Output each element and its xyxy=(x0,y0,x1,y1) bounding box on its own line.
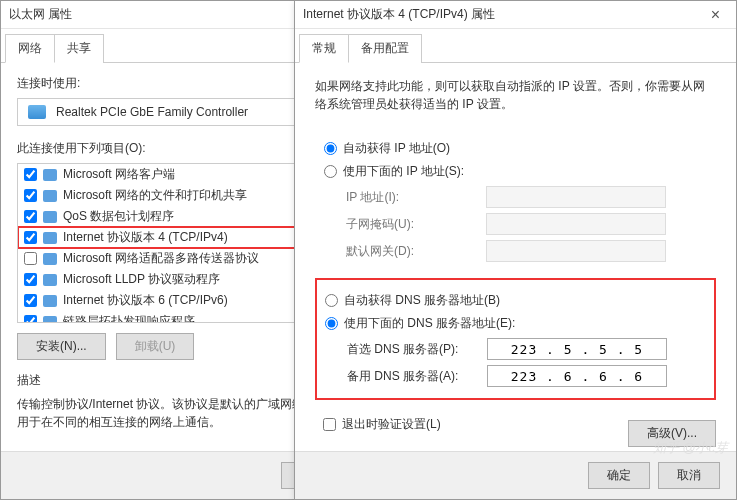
radio-auto-dns[interactable]: 自动获得 DNS 服务器地址(B) xyxy=(325,292,706,309)
protocol-icon xyxy=(43,253,57,265)
item-checkbox[interactable] xyxy=(24,315,37,323)
radio-use-dns-input[interactable] xyxy=(325,317,338,330)
cancel-button[interactable]: 取消 xyxy=(658,462,720,489)
gateway-input xyxy=(486,240,666,262)
protocol-icon xyxy=(43,316,57,324)
pref-dns-input[interactable] xyxy=(487,338,667,360)
radio-use-dns[interactable]: 使用下面的 DNS 服务器地址(E): xyxy=(325,315,706,332)
item-checkbox[interactable] xyxy=(24,210,37,223)
dns-highlight-box: 自动获得 DNS 服务器地址(B) 使用下面的 DNS 服务器地址(E): 首选… xyxy=(315,278,716,400)
item-label: Microsoft 网络的文件和打印机共享 xyxy=(63,187,247,204)
advanced-button[interactable]: 高级(V)... xyxy=(628,420,716,447)
validate-checkbox[interactable] xyxy=(323,418,336,431)
item-checkbox[interactable] xyxy=(24,168,37,181)
item-checkbox[interactable] xyxy=(24,294,37,307)
adapter-name: Realtek PCIe GbE Family Controller xyxy=(56,105,248,119)
radio-use-ip[interactable]: 使用下面的 IP 地址(S): xyxy=(324,163,707,180)
alt-dns-label: 备用 DNS 服务器(A): xyxy=(347,368,487,385)
title-bar: Internet 协议版本 4 (TCP/IPv4) 属性 × xyxy=(295,1,736,29)
mask-label: 子网掩码(U): xyxy=(346,216,486,233)
item-checkbox[interactable] xyxy=(24,252,37,265)
item-label: Microsoft 网络适配器多路传送器协议 xyxy=(63,250,259,267)
ip-label: IP 地址(I): xyxy=(346,189,486,206)
radio-use-ip-input[interactable] xyxy=(324,165,337,178)
radio-auto-ip[interactable]: 自动获得 IP 地址(O) xyxy=(324,140,707,157)
tab-network[interactable]: 网络 xyxy=(5,34,55,63)
item-label: Microsoft 网络客户端 xyxy=(63,166,175,183)
item-checkbox[interactable] xyxy=(24,189,37,202)
item-label: 链路层拓扑发现响应程序 xyxy=(63,313,195,323)
protocol-icon xyxy=(43,211,57,223)
item-label: QoS 数据包计划程序 xyxy=(63,208,174,225)
uninstall-button[interactable]: 卸载(U) xyxy=(116,333,195,360)
item-checkbox[interactable] xyxy=(24,273,37,286)
gateway-label: 默认网关(D): xyxy=(346,243,486,260)
item-label: Microsoft LLDP 协议驱动程序 xyxy=(63,271,220,288)
protocol-icon xyxy=(43,274,57,286)
alt-dns-input[interactable] xyxy=(487,365,667,387)
ip-input xyxy=(486,186,666,208)
radio-auto-ip-input[interactable] xyxy=(324,142,337,155)
pref-dns-label: 首选 DNS 服务器(P): xyxy=(347,341,487,358)
install-button[interactable]: 安装(N)... xyxy=(17,333,106,360)
tabs: 常规 备用配置 xyxy=(295,29,736,63)
radio-auto-dns-input[interactable] xyxy=(325,294,338,307)
tab-sharing[interactable]: 共享 xyxy=(54,34,104,63)
ok-button[interactable]: 确定 xyxy=(588,462,650,489)
tab-general[interactable]: 常规 xyxy=(299,34,349,63)
mask-input xyxy=(486,213,666,235)
ipv4-properties-window: Internet 协议版本 4 (TCP/IPv4) 属性 × 常规 备用配置 … xyxy=(294,0,737,500)
close-icon[interactable]: × xyxy=(703,4,728,26)
tab-alternate[interactable]: 备用配置 xyxy=(348,34,422,63)
adapter-icon xyxy=(28,105,46,119)
protocol-icon xyxy=(43,232,57,244)
item-label: Internet 协议版本 6 (TCP/IPv6) xyxy=(63,292,228,309)
item-checkbox[interactable] xyxy=(24,231,37,244)
protocol-icon xyxy=(43,295,57,307)
protocol-icon xyxy=(43,169,57,181)
protocol-icon xyxy=(43,190,57,202)
info-text: 如果网络支持此功能，则可以获取自动指派的 IP 设置。否则，你需要从网络系统管理… xyxy=(315,77,716,113)
item-label: Internet 协议版本 4 (TCP/IPv4) xyxy=(63,229,228,246)
window-title: Internet 协议版本 4 (TCP/IPv4) 属性 xyxy=(303,6,703,23)
